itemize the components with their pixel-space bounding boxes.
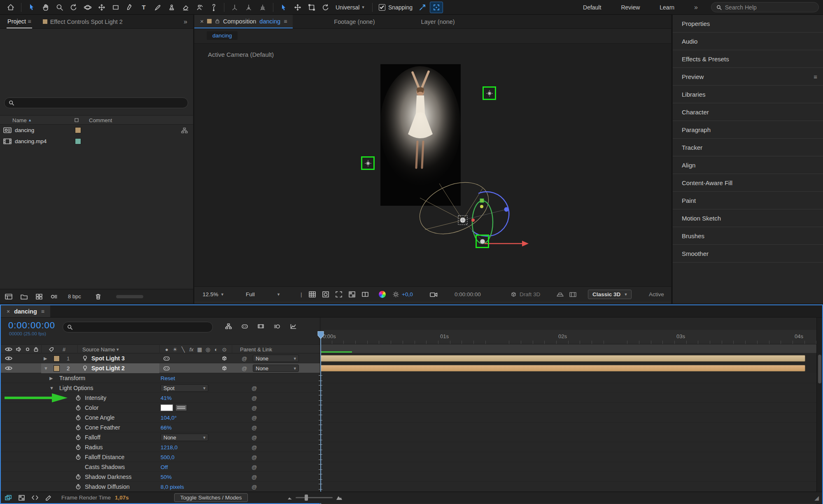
zoom-dropdown[interactable]: 12.5%▾ [203, 287, 224, 302]
eraser-tool-icon[interactable] [179, 2, 192, 13]
selection-tool-icon[interactable] [25, 2, 38, 13]
rectangle-tool-icon[interactable] [109, 2, 122, 13]
shy-switch-icon[interactable] [163, 366, 170, 371]
pickwhip-icon[interactable]: @ [252, 403, 257, 413]
label-column-icon[interactable] [74, 116, 79, 125]
zoom-tool-icon[interactable] [53, 2, 66, 13]
switch-frame-blend-icon[interactable]: ▦ [196, 345, 204, 354]
group-row-light-options[interactable]: ▼ Light Options Spot▾ @ [1, 383, 320, 393]
current-time-indicator[interactable] [320, 337, 321, 504]
light-icon[interactable] [364, 159, 373, 168]
workspace-default[interactable]: Default [583, 4, 601, 11]
property-row-falloff[interactable]: Falloff None▾ @ [1, 432, 320, 442]
timeline-search[interactable] [63, 322, 213, 332]
switch-shy-icon[interactable]: ● [163, 345, 171, 354]
tab-layer[interactable]: Layer (none) [421, 19, 455, 25]
layer-name[interactable]: Spot Light 2 [91, 363, 125, 373]
label-icon[interactable] [49, 347, 54, 352]
workspace-learn[interactable]: Learn [660, 4, 674, 11]
time-ruler[interactable]: 0:00s 01s 02s 03s 04s [320, 330, 817, 344]
panel-menu-icon[interactable]: ≡ [814, 73, 817, 80]
light-type-dropdown[interactable]: Spot▾ [161, 384, 208, 392]
scrollbar-thumb[interactable] [818, 355, 821, 383]
property-row-falloff-distance[interactable]: Falloff Distance 500,0 @ [1, 452, 320, 462]
pickwhip-icon[interactable]: @ [242, 353, 247, 363]
timeline-zoom-control[interactable] [287, 495, 343, 500]
twirl-icon[interactable]: ▼ [44, 363, 48, 373]
property-value[interactable]: 41% [161, 393, 172, 403]
sidebar-item-properties[interactable]: Properties [673, 15, 823, 33]
label-swatch[interactable] [75, 138, 81, 144]
type-tool-icon[interactable]: T [137, 2, 150, 13]
tab-effect-controls[interactable]: Effect Controls Spot Light 2 [43, 19, 123, 25]
extended-viewer-icon[interactable] [569, 292, 576, 297]
workspace-overflow-icon[interactable]: » [694, 4, 698, 11]
zoom-slider-thumb[interactable] [305, 495, 308, 501]
property-name[interactable]: Casts Shadows [85, 462, 125, 472]
snap-icon[interactable] [416, 2, 429, 13]
property-row-casts-shadows[interactable]: Casts Shadows Off @ [1, 462, 320, 472]
frame-blending-icon[interactable] [258, 324, 264, 329]
interpret-footage-icon[interactable] [51, 294, 57, 300]
mask-visibility-icon[interactable] [322, 291, 329, 297]
parent-dropdown[interactable]: None▾ [253, 365, 299, 372]
tab-overflow-icon[interactable]: » [184, 18, 187, 26]
property-row-cone-feather[interactable]: Cone Feather 66% @ [1, 423, 320, 432]
property-value[interactable]: 104,0° [161, 413, 177, 423]
color-edit-icon[interactable] [175, 404, 187, 411]
edit-columns-icon[interactable] [45, 495, 51, 501]
switch-fx-icon[interactable]: fx [187, 345, 196, 354]
timeline-tracks[interactable]: 0:00s 01s 02s 03s 04s [320, 318, 816, 504]
checkbox-checked-icon[interactable] [379, 4, 385, 11]
tab-composition[interactable]: × Composition dancing ≡ [194, 15, 293, 28]
eye-icon[interactable] [5, 356, 12, 361]
pickwhip-icon[interactable]: @ [252, 423, 257, 432]
camera-label[interactable]: Active [649, 287, 664, 302]
workspace-review[interactable]: Review [621, 4, 640, 11]
stopwatch-icon[interactable] [75, 434, 81, 440]
gizmo-handle-blue[interactable] [504, 207, 509, 212]
property-row-radius[interactable]: Radius 1218,0 @ [1, 442, 320, 452]
property-name[interactable]: Radius [85, 442, 103, 452]
orbit-camera-tool-icon[interactable] [81, 2, 94, 13]
switch-3d-icon[interactable]: ⊙ [220, 345, 228, 354]
twirl-icon[interactable]: ▼ [49, 383, 54, 393]
pickwhip-icon[interactable]: @ [252, 393, 257, 403]
light-icon[interactable] [485, 89, 494, 98]
column-comment[interactable]: Comment [89, 116, 112, 125]
rotation-tool-icon[interactable] [67, 2, 80, 13]
property-name[interactable]: Color [85, 403, 98, 413]
sidebar-item-effects-presets[interactable]: Effects & Presets [673, 50, 823, 68]
pan-behind-tool-icon[interactable] [95, 2, 108, 13]
graph-editor-icon[interactable] [290, 324, 296, 329]
comp-viewport[interactable]: Active Camera (Default) [194, 44, 671, 286]
group-name[interactable]: Light Options [59, 383, 93, 393]
toggle-switches-modes-button[interactable]: Toggle Switches / Modes [174, 493, 248, 502]
sidebar-item-preview[interactable]: Preview≡ [673, 68, 823, 86]
sidebar-item-paint[interactable]: Paint [673, 192, 823, 209]
label-swatch[interactable] [75, 127, 81, 133]
stopwatch-icon[interactable] [75, 425, 81, 430]
sidebar-item-smoother[interactable]: Smoother [673, 245, 823, 262]
item-name[interactable]: dancing.mp4 [15, 136, 47, 147]
renderer-dropdown[interactable]: Classic 3D▾ [588, 287, 632, 302]
property-name[interactable]: Intensity [85, 393, 106, 403]
scrollbar-horizontal[interactable] [116, 295, 143, 298]
property-row-shadow-darkness[interactable]: Shadow Darkness 50% @ [1, 472, 320, 482]
sidebar-item-motion-sketch[interactable]: Motion Sketch [673, 209, 823, 227]
zoom-in-mountain-icon[interactable] [336, 495, 343, 500]
stopwatch-icon[interactable] [75, 415, 81, 420]
stopwatch-icon[interactable] [75, 444, 81, 450]
scale-gizmo-icon[interactable] [305, 2, 318, 13]
grid-guides-icon[interactable] [309, 291, 316, 297]
reset-exposure-icon[interactable] [393, 291, 399, 297]
property-name[interactable]: Cone Feather [85, 423, 120, 432]
group-name[interactable]: Transform [59, 373, 85, 383]
pickwhip-icon[interactable]: @ [252, 472, 257, 482]
property-name[interactable]: Falloff [85, 432, 100, 442]
roto-brush-tool-icon[interactable] [193, 2, 206, 13]
color-swatch[interactable] [161, 404, 173, 411]
parent-dropdown[interactable]: None▾ [253, 355, 299, 362]
item-name[interactable]: dancing [15, 125, 34, 136]
layer-duration-bar[interactable] [320, 365, 805, 372]
